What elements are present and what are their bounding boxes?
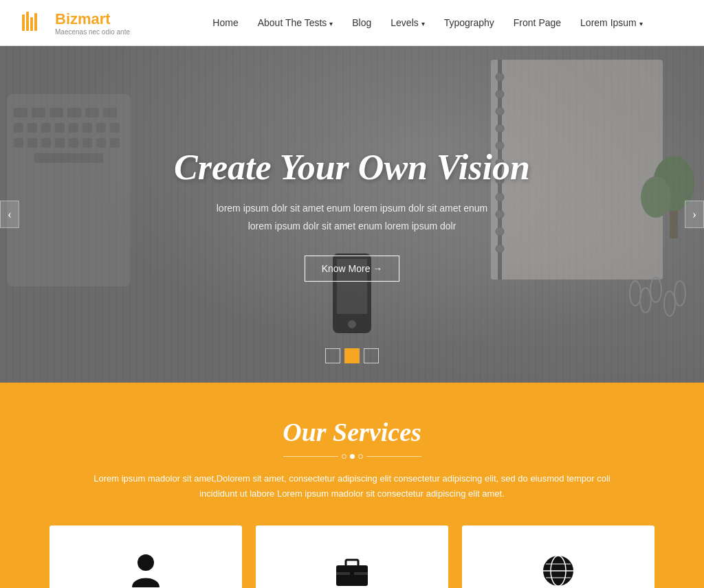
svg-point-19 bbox=[650, 278, 661, 302]
svg-point-17 bbox=[630, 281, 641, 306]
keyboard-decoration bbox=[0, 87, 138, 307]
svg-rect-35 bbox=[55, 123, 65, 133]
svg-rect-39 bbox=[110, 123, 120, 133]
svg-rect-32 bbox=[14, 123, 23, 133]
svg-rect-3 bbox=[34, 13, 37, 31]
svg-rect-44 bbox=[69, 138, 78, 148]
svg-rect-42 bbox=[41, 138, 51, 148]
svg-rect-2 bbox=[30, 17, 33, 31]
svg-rect-26 bbox=[14, 108, 28, 117]
svg-point-21 bbox=[674, 281, 685, 306]
svg-rect-0 bbox=[22, 14, 25, 31]
briefcase-icon bbox=[276, 553, 428, 588]
logo-title: Bizmart bbox=[55, 10, 130, 28]
svg-point-52 bbox=[138, 554, 154, 571]
svg-point-24 bbox=[641, 177, 671, 218]
services-section: Our Services Lorem ipsum madolor sit ame… bbox=[0, 383, 704, 588]
hero-dot-1[interactable] bbox=[325, 348, 340, 363]
svg-rect-56 bbox=[350, 571, 354, 576]
svg-point-9 bbox=[496, 124, 504, 133]
logo[interactable]: Bizmart Maecenas nec odio ante bbox=[21, 9, 144, 36]
nav-item-frontpage[interactable]: Front Page bbox=[504, 16, 571, 29]
svg-rect-1 bbox=[26, 12, 29, 31]
svg-rect-46 bbox=[96, 138, 106, 148]
service-card-2: Ipsum Dolor Lorem ipsum dolor sit amet, … bbox=[256, 525, 448, 588]
svg-point-18 bbox=[640, 288, 651, 313]
svg-rect-41 bbox=[28, 138, 37, 148]
hero-section: ‹ Create Your Own Vision lorem ipsum dol… bbox=[0, 46, 704, 383]
svg-rect-40 bbox=[14, 138, 23, 148]
svg-rect-34 bbox=[41, 123, 51, 133]
hero-subtitle: lorem ipsum dolr sit amet enum lorem ips… bbox=[174, 200, 530, 234]
svg-rect-54 bbox=[346, 560, 358, 567]
person-icon bbox=[70, 553, 221, 588]
logo-icon bbox=[21, 9, 48, 36]
divider-dot-1 bbox=[342, 454, 346, 459]
svg-point-6 bbox=[496, 73, 504, 81]
svg-rect-47 bbox=[110, 138, 120, 148]
svg-rect-37 bbox=[82, 123, 92, 133]
divider-line-right bbox=[366, 456, 421, 457]
svg-rect-36 bbox=[69, 123, 78, 133]
hero-content: Create Your Own Vision lorem ipsum dolr … bbox=[160, 147, 544, 281]
divider-dot-2 bbox=[350, 454, 355, 459]
logo-subtitle: Maecenas nec odio ante bbox=[55, 28, 130, 36]
services-title: Our Services bbox=[41, 417, 663, 447]
hero-next-button[interactable]: › bbox=[685, 201, 704, 228]
svg-rect-48 bbox=[34, 153, 103, 163]
navbar: Bizmart Maecenas nec odio ante Home Abou… bbox=[0, 0, 704, 46]
nav-item-about[interactable]: About The Tests ▾ bbox=[248, 16, 343, 29]
service-card-1: Dolor Sit Lorem ipsum dolor sit amet, co… bbox=[50, 525, 242, 588]
svg-point-51 bbox=[348, 320, 356, 328]
nav-item-levels[interactable]: Levels ▾ bbox=[381, 16, 434, 29]
svg-rect-30 bbox=[85, 108, 99, 117]
divider-dot-3 bbox=[358, 454, 363, 459]
nav-item-lorem[interactable]: Lorem Ipsum ▾ bbox=[571, 16, 652, 29]
nav-item-home[interactable]: Home bbox=[203, 16, 248, 29]
svg-rect-27 bbox=[32, 108, 45, 117]
services-description: Lorem ipsum madolor sit amet,Dolorem sit… bbox=[77, 471, 627, 501]
svg-rect-28 bbox=[50, 108, 63, 117]
svg-rect-31 bbox=[103, 108, 117, 117]
hero-cta-button[interactable]: Know More → bbox=[305, 256, 400, 282]
nav-links: Home About The Tests ▾ Blog Levels ▾ Typ… bbox=[172, 16, 683, 29]
svg-rect-29 bbox=[67, 108, 81, 117]
nav-item-blog[interactable]: Blog bbox=[342, 16, 381, 29]
divider-line-left bbox=[283, 456, 338, 457]
hero-dots bbox=[325, 348, 379, 363]
hero-dot-3[interactable] bbox=[364, 348, 379, 363]
service-card-3: Lorem Ipsum Lorem ipsum dolor sit amet, … bbox=[462, 525, 654, 588]
hero-dot-2[interactable] bbox=[344, 348, 360, 363]
services-divider bbox=[41, 454, 663, 459]
svg-point-20 bbox=[664, 291, 675, 316]
services-cards: Dolor Sit Lorem ipsum dolor sit amet, co… bbox=[41, 525, 663, 588]
svg-rect-38 bbox=[96, 123, 106, 133]
svg-point-8 bbox=[496, 107, 504, 115]
hero-prev-button[interactable]: ‹ bbox=[0, 201, 19, 228]
nav-item-typography[interactable]: Typography bbox=[434, 16, 504, 29]
svg-rect-33 bbox=[28, 123, 37, 133]
svg-rect-45 bbox=[82, 138, 92, 148]
globe-icon bbox=[483, 553, 634, 588]
svg-point-7 bbox=[496, 90, 504, 98]
svg-rect-43 bbox=[55, 138, 65, 148]
hero-title: Create Your Own Vision bbox=[174, 147, 530, 188]
